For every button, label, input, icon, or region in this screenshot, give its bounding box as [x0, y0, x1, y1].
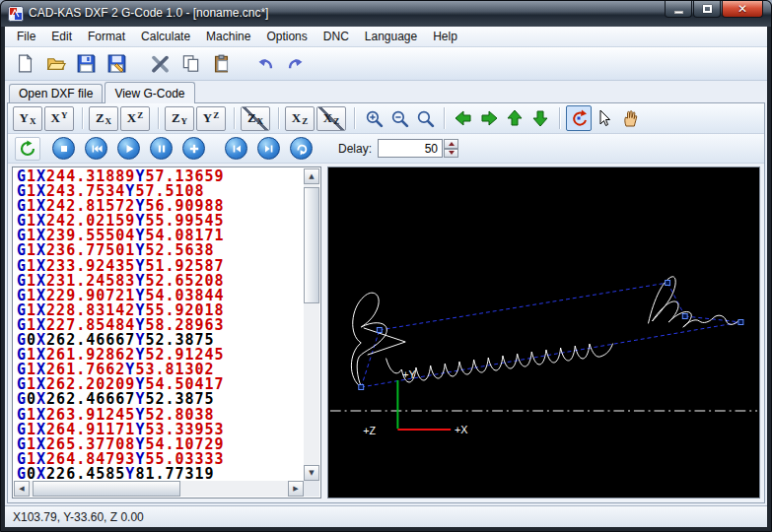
- menu-language[interactable]: Language: [357, 27, 425, 46]
- title-bar[interactable]: CAD-KAS DXF 2 G-Code 1.0 - [noname.cnc*]…: [1, 1, 771, 27]
- play-icon: [122, 142, 136, 156]
- tab-strip: Open DXF file View G-Code: [5, 81, 767, 102]
- pause-button[interactable]: [150, 137, 173, 160]
- app-window: CAD-KAS DXF 2 G-Code 1.0 - [noname.cnc*]…: [0, 0, 772, 532]
- step-back-icon: [230, 142, 244, 156]
- view-zx-button[interactable]: ZX: [241, 106, 270, 131]
- toolpath-canvas[interactable]: +Y+Z+X: [327, 166, 760, 499]
- play-button[interactable]: [117, 137, 140, 160]
- run-button[interactable]: [15, 137, 40, 161]
- menu-edit[interactable]: Edit: [43, 27, 80, 46]
- undo-button[interactable]: [249, 49, 280, 78]
- axis-buttons: YXXYZXXZZYYZZXXZXZ: [13, 106, 348, 131]
- view-zx-button[interactable]: ZX: [89, 106, 118, 131]
- maximize-button[interactable]: [693, 1, 721, 18]
- coordinate-readout: X103.79, Y-33.60, Z 0.00: [13, 510, 144, 524]
- loop-button[interactable]: [290, 137, 313, 160]
- menu-help[interactable]: Help: [425, 27, 465, 46]
- open-folder-icon: [46, 54, 66, 73]
- arrow-up-icon: [506, 109, 524, 127]
- close-button[interactable]: ✕: [722, 1, 763, 18]
- zoom-out-button[interactable]: [386, 105, 412, 131]
- hand-tool-button[interactable]: [617, 105, 643, 131]
- pan-down-button[interactable]: [527, 105, 553, 131]
- redo-button[interactable]: [280, 49, 311, 78]
- hscroll-thumb[interactable]: [33, 481, 180, 497]
- menu-options[interactable]: Options: [258, 27, 315, 46]
- step-forward-button[interactable]: [257, 137, 280, 160]
- view-yx-button[interactable]: YX: [13, 106, 42, 131]
- step-forward-icon: [262, 142, 276, 156]
- pointer-tool-button[interactable]: [592, 105, 617, 131]
- arrow-down-icon: [531, 109, 549, 127]
- plot-svg: +Y+Z+X: [328, 167, 759, 498]
- pan-left-button[interactable]: [451, 105, 476, 131]
- menu-format[interactable]: Format: [80, 27, 133, 46]
- delay-spinner: [444, 139, 458, 158]
- spinner-up-button[interactable]: [444, 139, 458, 149]
- maximize-icon: [703, 5, 712, 13]
- minimize-icon: [674, 11, 683, 14]
- menu-calculate[interactable]: Calculate: [133, 27, 198, 46]
- scroll-left-button[interactable]: ◀: [14, 481, 30, 497]
- tools-button[interactable]: [145, 49, 175, 78]
- menu-file[interactable]: File: [9, 27, 43, 46]
- zoom-in-button[interactable]: [361, 105, 386, 131]
- gcode-tab-page: YXXYZXXZZYYZZXXZXZ: [7, 102, 765, 503]
- tab-view-gcode[interactable]: View G-Code: [105, 82, 194, 103]
- minimize-button[interactable]: [665, 1, 692, 18]
- arrow-left-icon: [455, 109, 472, 127]
- scroll-right-button[interactable]: ▶: [288, 481, 304, 497]
- cursor-icon: [596, 109, 613, 127]
- gcode-line[interactable]: G0X226.4585Y81.77319: [17, 467, 304, 481]
- open-file-button[interactable]: [40, 49, 71, 78]
- svg-text:+X: +X: [455, 424, 468, 435]
- save-as-button[interactable]: [102, 49, 132, 78]
- spinner-down-button[interactable]: [444, 149, 458, 159]
- toolbar-separator: [354, 107, 355, 129]
- pan-right-button[interactable]: [476, 105, 502, 131]
- status-bar: X103.79, Y-33.60, Z 0.00: [5, 505, 767, 527]
- view-yz-button[interactable]: YZ: [196, 106, 226, 131]
- horizontal-scrollbar[interactable]: ◀ ▶: [14, 481, 304, 497]
- select-tool-button[interactable]: [566, 105, 592, 131]
- hand-icon: [621, 109, 639, 127]
- menu-dnc[interactable]: DNC: [316, 27, 357, 46]
- save-button[interactable]: [71, 49, 102, 78]
- view-xz-button[interactable]: XZ: [285, 106, 315, 131]
- view-zy-button[interactable]: ZY: [165, 106, 194, 131]
- view-xz-button[interactable]: XZ: [120, 106, 150, 131]
- add-step-button[interactable]: [182, 137, 205, 160]
- new-file-button[interactable]: [10, 49, 40, 78]
- paste-button[interactable]: [206, 49, 237, 78]
- gcode-panel[interactable]: G1X244.31889Y57.13659G1X243.7534Y57.5108…: [12, 166, 321, 499]
- tab-open-dxf[interactable]: Open DXF file: [9, 84, 103, 102]
- paste-icon: [212, 54, 231, 73]
- rewind-button[interactable]: [85, 137, 107, 160]
- undo-icon: [255, 54, 275, 73]
- step-back-button[interactable]: [225, 137, 247, 160]
- close-icon: ✕: [737, 2, 747, 16]
- stop-button[interactable]: [52, 137, 75, 160]
- zoom-button[interactable]: [412, 105, 438, 131]
- copy-button[interactable]: [175, 49, 206, 78]
- delay-input[interactable]: [378, 139, 443, 158]
- window-title: CAD-KAS DXF 2 G-Code 1.0 - [noname.cnc*]: [29, 1, 268, 26]
- toolbar-separator: [234, 107, 235, 129]
- scroll-up-button[interactable]: ▲: [304, 168, 319, 184]
- menu-bar: FileEditFormatCalculateMachineOptionsDNC…: [5, 27, 767, 47]
- pan-up-button[interactable]: [502, 105, 527, 131]
- zoom-out-icon: [390, 109, 409, 128]
- rewind-icon: [90, 142, 104, 156]
- vertical-scrollbar[interactable]: ▲ ▼: [304, 168, 319, 481]
- view-xy-button[interactable]: XY: [44, 106, 74, 131]
- tools-icon: [151, 54, 170, 73]
- vscroll-thumb[interactable]: [304, 187, 319, 303]
- scrollbar-corner: [304, 481, 319, 497]
- view-toolbar: YXXYZXXZZYYZZXXZXZ: [8, 103, 764, 134]
- scroll-down-button[interactable]: ▼: [304, 465, 319, 481]
- view-xz-button[interactable]: XZ: [316, 106, 346, 131]
- plus-icon: [187, 142, 201, 156]
- window-frame: FileEditFormatCalculateMachineOptionsDNC…: [5, 27, 767, 527]
- menu-machine[interactable]: Machine: [198, 27, 258, 46]
